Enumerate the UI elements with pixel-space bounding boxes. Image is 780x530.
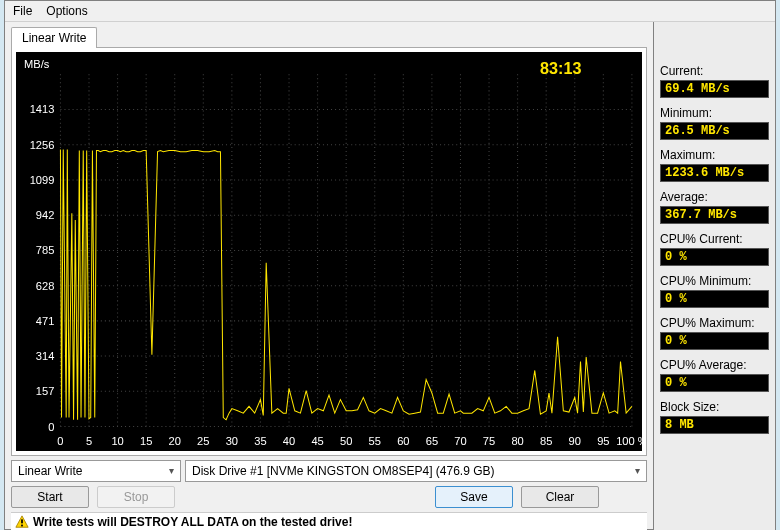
svg-text:5: 5 xyxy=(86,435,92,447)
stat-current-value: 69.4 MB/s xyxy=(660,80,769,98)
svg-text:15: 15 xyxy=(140,435,152,447)
svg-text:100 %: 100 % xyxy=(616,435,642,447)
chart-plot: 0157314471628785942109912561413 05101520… xyxy=(16,52,642,451)
warning-text: Write tests will DESTROY ALL DATA on the… xyxy=(33,515,352,529)
stat-cpu-avg-label: CPU% Average: xyxy=(660,358,769,372)
stat-cpu-max-label: CPU% Maximum: xyxy=(660,316,769,330)
tab-linear-write[interactable]: Linear Write xyxy=(11,27,97,48)
svg-text:942: 942 xyxy=(36,209,55,221)
menu-file[interactable]: File xyxy=(13,4,32,18)
svg-text:785: 785 xyxy=(36,244,55,256)
stat-cpu-max-value: 0 % xyxy=(660,332,769,350)
svg-text:80: 80 xyxy=(511,435,523,447)
svg-text:1413: 1413 xyxy=(30,103,55,115)
content-area: Linear Write 015731447162878594210991256… xyxy=(5,22,775,530)
stat-min-value: 26.5 MB/s xyxy=(660,122,769,140)
save-button[interactable]: Save xyxy=(435,486,513,508)
clear-button[interactable]: Clear xyxy=(521,486,599,508)
app-window: File Options Linear Write 01573144716287… xyxy=(4,0,776,530)
warning-icon xyxy=(15,515,29,529)
warning-bar: Write tests will DESTROY ALL DATA on the… xyxy=(11,512,647,530)
chart-container: 0157314471628785942109912561413 05101520… xyxy=(11,47,647,456)
main-pane: Linear Write 015731447162878594210991256… xyxy=(5,22,653,530)
mode-dropdown[interactable]: Linear Write ▾ xyxy=(11,460,181,482)
stat-block-value: 8 MB xyxy=(660,416,769,434)
stat-max-value: 1233.6 MB/s xyxy=(660,164,769,182)
chart-svg: 0157314471628785942109912561413 05101520… xyxy=(16,52,642,451)
chevron-down-icon: ▾ xyxy=(169,465,174,476)
svg-text:60: 60 xyxy=(397,435,409,447)
drive-dropdown[interactable]: Disk Drive #1 [NVMe KINGSTON OM8SEP4] (4… xyxy=(185,460,647,482)
chevron-down-icon: ▾ xyxy=(635,465,640,476)
stat-max-label: Maximum: xyxy=(660,148,769,162)
buttons-row: Start Stop Save Clear xyxy=(11,486,647,508)
menu-options[interactable]: Options xyxy=(46,4,87,18)
svg-text:1256: 1256 xyxy=(30,139,55,151)
stats-pane: Current: 69.4 MB/s Minimum: 26.5 MB/s Ma… xyxy=(653,22,775,530)
stat-min-label: Minimum: xyxy=(660,106,769,120)
y-axis-unit: MB/s xyxy=(24,58,50,70)
svg-text:314: 314 xyxy=(36,350,55,362)
svg-text:85: 85 xyxy=(540,435,552,447)
stat-cpu-min-label: CPU% Minimum: xyxy=(660,274,769,288)
stat-cpu-cur-label: CPU% Current: xyxy=(660,232,769,246)
svg-text:471: 471 xyxy=(36,315,55,327)
svg-text:628: 628 xyxy=(36,280,55,292)
dropdown-row: Linear Write ▾ Disk Drive #1 [NVMe KINGS… xyxy=(11,460,647,482)
svg-text:45: 45 xyxy=(311,435,323,447)
tab-strip: Linear Write xyxy=(11,26,647,47)
svg-text:30: 30 xyxy=(226,435,238,447)
svg-text:65: 65 xyxy=(426,435,438,447)
svg-text:0: 0 xyxy=(57,435,63,447)
svg-text:1099: 1099 xyxy=(30,174,55,186)
svg-text:10: 10 xyxy=(111,435,123,447)
stat-cpu-cur-value: 0 % xyxy=(660,248,769,266)
svg-rect-63 xyxy=(21,519,23,523)
mode-dropdown-value: Linear Write xyxy=(18,464,82,478)
svg-text:50: 50 xyxy=(340,435,352,447)
svg-rect-64 xyxy=(21,524,23,526)
stat-block-label: Block Size: xyxy=(660,400,769,414)
stat-avg-value: 367.7 MB/s xyxy=(660,206,769,224)
svg-text:95: 95 xyxy=(597,435,609,447)
stat-avg-label: Average: xyxy=(660,190,769,204)
svg-text:75: 75 xyxy=(483,435,495,447)
svg-text:0: 0 xyxy=(48,421,54,433)
start-button[interactable]: Start xyxy=(11,486,89,508)
elapsed-timer: 83:13 xyxy=(540,59,581,77)
svg-text:157: 157 xyxy=(36,385,55,397)
stat-cpu-avg-value: 0 % xyxy=(660,374,769,392)
stat-cpu-min-value: 0 % xyxy=(660,290,769,308)
svg-text:55: 55 xyxy=(369,435,381,447)
svg-text:40: 40 xyxy=(283,435,295,447)
svg-text:90: 90 xyxy=(569,435,581,447)
menubar: File Options xyxy=(5,1,775,22)
svg-text:20: 20 xyxy=(169,435,181,447)
stat-current-label: Current: xyxy=(660,64,769,78)
drive-dropdown-value: Disk Drive #1 [NVMe KINGSTON OM8SEP4] (4… xyxy=(192,464,495,478)
stop-button[interactable]: Stop xyxy=(97,486,175,508)
svg-text:35: 35 xyxy=(254,435,266,447)
svg-text:70: 70 xyxy=(454,435,466,447)
svg-text:25: 25 xyxy=(197,435,209,447)
